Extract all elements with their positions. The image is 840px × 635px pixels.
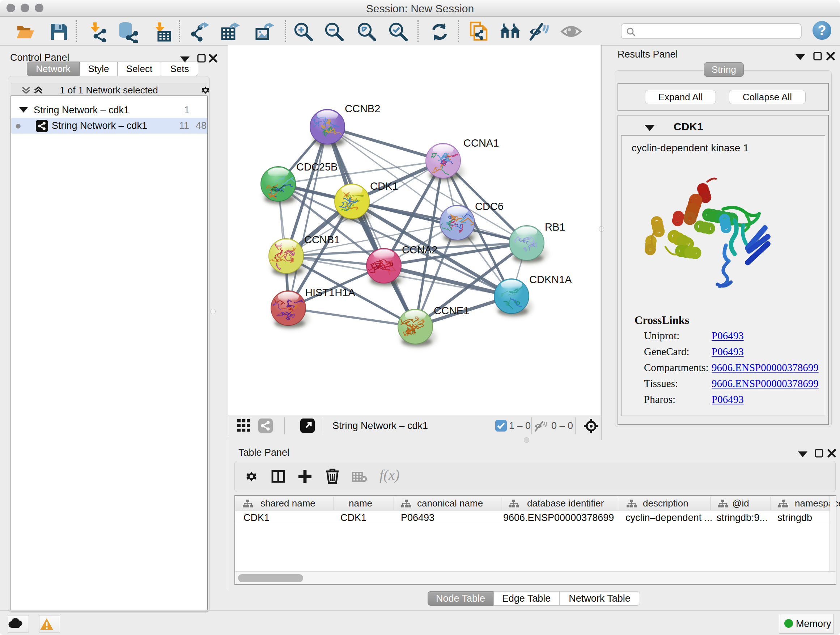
svg-text:CDKN1A: CDKN1A — [529, 274, 572, 285]
svg-text:CDC6: CDC6 — [475, 201, 504, 212]
svg-text:CCNB2: CCNB2 — [345, 103, 380, 114]
svg-text:CCNA1: CCNA1 — [463, 137, 499, 149]
svg-text:CCNE1: CCNE1 — [434, 305, 469, 317]
svg-text:CCNA2: CCNA2 — [402, 244, 437, 256]
svg-text:HIST1H1A: HIST1H1A — [305, 287, 355, 298]
svg-text:RB1: RB1 — [545, 221, 565, 233]
svg-text:CDK1: CDK1 — [370, 180, 398, 192]
svg-text:CCNB1: CCNB1 — [304, 234, 340, 245]
svg-text:CDC25B: CDC25B — [296, 161, 338, 173]
